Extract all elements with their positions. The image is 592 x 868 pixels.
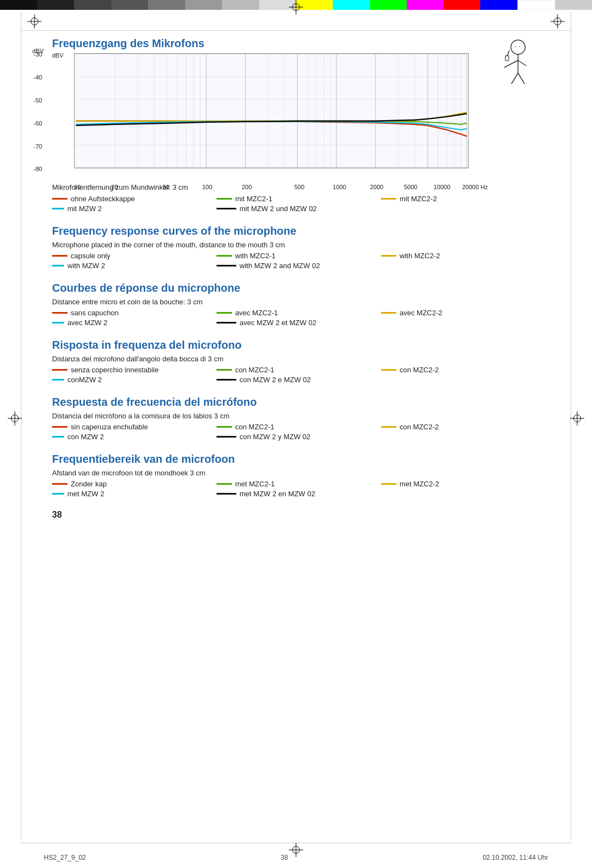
page-number: 38 [52,510,540,520]
line-nl-5 [217,493,236,495]
label-fr-5: avec MZW 2 et MZW 02 [240,319,316,327]
line-en-3 [381,255,396,257]
bar-gray [555,0,592,10]
chart-svg [74,53,469,168]
legend-line-2 [217,198,232,200]
reg-mark-mid-right [570,411,584,426]
distance-note-spanish: Distancia del micrófono a la comisura de… [52,412,540,420]
label-nl-1: Zonder kap [71,480,107,488]
line-it-1 [52,369,67,371]
bar-red [443,0,480,10]
y-label-70: -70 [33,143,42,150]
main-content: Frequenzgang des Mikrofons [52,37,540,520]
bar-blue [480,0,517,10]
line-fr-1 [52,312,67,314]
top-bars-left [0,0,296,10]
section-italian: Risposta in frequenza del microfono Dist… [52,339,540,384]
legend-nl-2: met MZC2-1 [217,480,375,488]
legend-en-2: with MZC2-1 [217,252,375,260]
line-nl-2 [217,483,232,485]
section-english: Frequency response curves of the microph… [52,225,540,270]
legend-italian: senza coperchio innestabile con MZC2-1 c… [52,366,540,384]
legend-it-3: con MZC2-2 [381,366,540,374]
bar-6 [185,0,223,10]
x-label-10: 10 [74,184,81,190]
legend-item-5: mit MZW 2 und MZW 02 [217,205,540,213]
x-label-20: 20 [111,184,118,190]
line-it-5 [217,379,236,381]
bar-4 [111,0,149,10]
legend-label-2: mit MZC2-1 [235,195,272,203]
legend-it-4: conMZW 2 [52,376,211,384]
legend-en-4: with MZW 2 [52,262,211,270]
distance-note-italian: Distanza del microfono dall'angolo della… [52,355,540,363]
y-label-80: -80 [33,166,42,172]
label-it-1: senza coperchio innestabile [71,366,158,374]
label-it-5: con MZW 2 e MZW 02 [240,376,311,384]
x-label-2000: 2000 [370,184,383,190]
y-label-30: -30 [33,51,42,58]
label-es-2: con MZC2-1 [235,423,275,431]
line-nl-1 [52,483,67,485]
heading-dutch: Frequentiebereik van de microfoon [52,453,540,466]
label-en-3: with MZC2-2 [400,252,440,260]
line-en-1 [52,255,67,257]
distance-note-french: Distance entre micro et coin de la bouch… [52,298,540,306]
label-fr-2: avec MZC2-1 [235,309,278,317]
side-line-right [571,11,571,841]
label-en-2: with MZC2-1 [235,252,276,260]
bar-3 [74,0,111,10]
line-fr-4 [52,322,64,324]
line-en-4 [52,265,64,266]
legend-it-5: con MZW 2 e MZW 02 [217,376,540,384]
legend-line-4 [52,208,64,209]
label-en-5: with MZW 2 and MZW 02 [240,262,320,270]
reg-mark-top-center [289,0,303,14]
label-es-4: con MZW 2 [67,433,104,441]
footer: HS2_27_9_02 38 02.10.2002, 11:44 Uhr [44,854,548,861]
line-es-1 [52,426,67,428]
legend-fr-1: sans capuchon [52,309,211,317]
label-fr-1: sans capuchon [71,309,118,317]
line-es-2 [217,426,232,428]
footer-left: HS2_27_9_02 [44,854,86,861]
legend-es-4: con MZW 2 [52,433,211,441]
y-label-50: -50 [33,97,42,104]
line-fr-2 [217,312,232,314]
label-it-4: conMZW 2 [67,376,102,384]
label-nl-2: met MZC2-1 [235,480,275,488]
section-german: Frequenzgang des Mikrofons [52,37,540,213]
legend-dutch: Zonder kap met MZC2-1 met MZC2-2 met MZW… [52,480,540,498]
distance-note-dutch: Afstand van de microfoon tot de mondhoek… [52,469,540,477]
bar-white [517,0,555,10]
bar-cyan [333,0,369,10]
heading-italian: Risposta in frequenza del microfono [52,339,540,351]
legend-fr-3: avec MZC2-2 [381,309,540,317]
reg-mark-top-left [27,14,42,29]
heading-english: Frequency response curves of the microph… [52,225,540,237]
footer-center: 38 [281,854,288,861]
label-nl-5: met MZW 2 en MZW 02 [240,490,315,498]
bar-magenta [407,0,443,10]
legend-fr-2: avec MZC2-1 [217,309,375,317]
bar-1 [0,0,37,10]
legend-label-3: mit MZC2-2 [400,195,437,203]
legend-label-4: mit MZW 2 [67,205,102,213]
x-label-20000: 20000 Hz [462,184,488,190]
h-line-top [21,30,571,31]
bar-2 [37,0,75,10]
legend-es-2: con MZC2-1 [217,423,375,431]
bar-green [370,0,407,10]
x-label-50: 50 [163,184,169,190]
label-nl-3: met MZC2-2 [400,480,439,488]
x-label-10000: 10000 [434,184,451,190]
line-es-4 [52,436,64,438]
x-label-500: 500 [294,184,304,190]
legend-it-1: senza coperchio innestabile [52,366,211,374]
section-french: Courbes de réponse du microphone Distanc… [52,282,540,327]
x-label-200: 200 [242,184,252,190]
x-label-1000: 1000 [333,184,346,190]
legend-label-5: mit MZW 2 und MZW 02 [240,205,317,213]
legend-nl-3: met MZC2-2 [381,480,540,488]
legend-nl-4: met MZW 2 [52,490,211,498]
